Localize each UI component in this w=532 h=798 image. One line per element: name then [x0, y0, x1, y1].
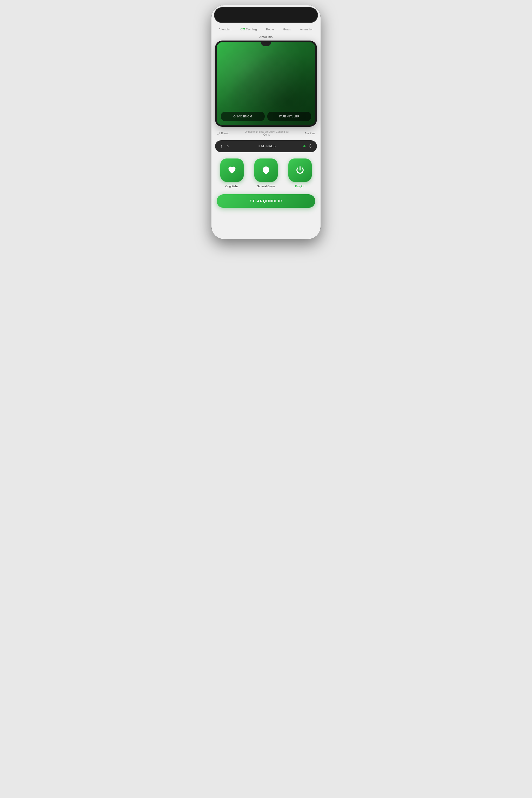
cta-button[interactable]: OFIARQUNDLIC	[217, 194, 315, 208]
action-icon-label-shield: Gmasal Gaver	[257, 185, 276, 188]
phone-inner: Attending CO Coming Route Goals Animatio…	[211, 5, 321, 239]
toolbar-icon-c[interactable]: C	[307, 143, 313, 150]
toolbar-icon-circle[interactable]: ○	[226, 143, 230, 150]
action-icon-power[interactable]	[288, 158, 312, 182]
cta-container: OFIARQUNDLIC	[211, 191, 321, 214]
shield-icon	[261, 166, 271, 175]
card-buttons: ONVC ENOM ITUE VITLLER	[221, 112, 311, 121]
info-row: Biteno Ongponhun ontb go Down Condho val…	[211, 127, 321, 139]
top-card-peek	[214, 7, 318, 23]
action-btn-shield: Gmasal Gaver	[251, 158, 281, 188]
action-icon-label-health: Ongtitiahe	[226, 185, 239, 188]
card-button-right[interactable]: ITUE VITLLER	[267, 112, 311, 121]
tab-attending[interactable]: Attending	[217, 27, 233, 32]
radio-circle	[217, 132, 220, 135]
phone-frame: Attending CO Coming Route Goals Animatio…	[211, 5, 321, 239]
toolbar-title: ITAITNAES	[232, 145, 302, 148]
action-btn-power: Progton	[285, 158, 315, 188]
action-icon-health[interactable]	[220, 158, 244, 182]
main-card-inner: ONVC ENOM ITUE VITLLER	[217, 42, 315, 125]
heart-icon	[227, 166, 236, 175]
card-button-left[interactable]: ONVC ENOM	[221, 112, 265, 121]
info-right-text: Am Eine	[304, 132, 315, 135]
tab-route[interactable]: Route	[264, 27, 276, 32]
user-label: Amol Bio	[211, 34, 321, 40]
power-icon	[296, 166, 305, 175]
tab-coming-rest: Coming	[246, 28, 257, 31]
toolbar: ↑ ○ ITAITNAES C	[215, 140, 317, 152]
info-center-text: Ongponhun ontb go Down Condho val Oomb	[243, 130, 290, 136]
tab-coming-co: CO	[241, 27, 246, 31]
action-btn-health: Ongtitiahe	[217, 158, 247, 188]
radio-label: Biteno	[221, 132, 229, 135]
toolbar-icon-up[interactable]: ↑	[219, 143, 223, 150]
main-card: ONVC ENOM ITUE VITLLER	[215, 40, 317, 127]
tab-coming[interactable]: CO Coming	[239, 26, 259, 32]
action-grid: Ongtitiahe Gmasal Gaver	[211, 156, 321, 191]
action-icon-shield[interactable]	[254, 158, 278, 182]
radio-item: Biteno	[217, 132, 229, 135]
tab-animation[interactable]: Animation	[299, 27, 315, 32]
nav-tabs: Attending CO Coming Route Goals Animatio…	[211, 23, 321, 34]
action-icon-label-power: Progton	[295, 185, 305, 188]
toolbar-dot-green	[303, 145, 305, 147]
tab-goals[interactable]: Goals	[282, 27, 292, 32]
